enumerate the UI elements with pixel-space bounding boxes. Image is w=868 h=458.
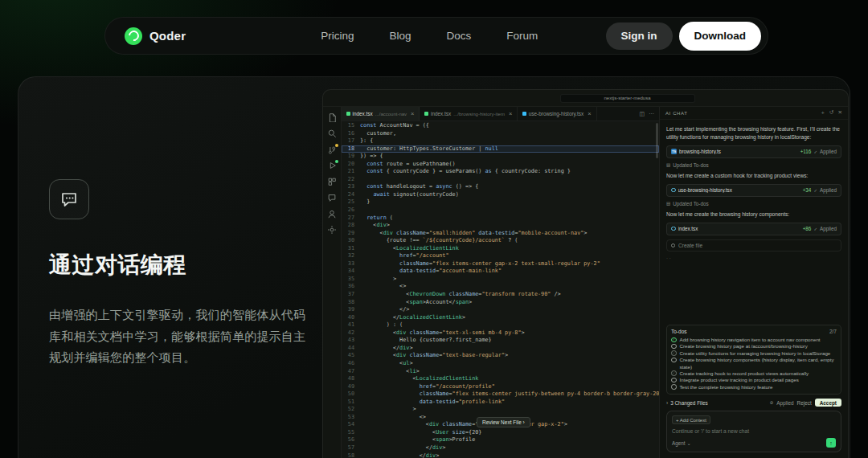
line-number: 20 [342, 161, 354, 169]
review-next-file-button[interactable]: Review Next File › [477, 417, 530, 427]
accept-button[interactable]: Accept [815, 399, 841, 407]
nav-link-forum[interactable]: Forum [506, 30, 538, 42]
chat-input[interactable]: Continue or '/' to start a new chat [672, 428, 836, 434]
line-number: 30 [342, 237, 354, 245]
code-text: data-testid="account-main-link" [360, 268, 502, 276]
close-tab-icon[interactable]: × [509, 110, 512, 117]
todo-item[interactable]: Test the complete browsing history featu… [671, 384, 837, 391]
code-line: 50 className="flex items-center justify-… [342, 391, 659, 399]
code-text: </> [360, 306, 409, 314]
activity-badge [335, 144, 338, 147]
code-line: 19}) => { [342, 153, 659, 161]
code-text: href="/account" [360, 252, 449, 260]
editor-tab-3[interactable]: use-browsing-history.tsx× [518, 107, 596, 121]
settings-icon[interactable] [327, 225, 337, 235]
line-number: 42 [342, 329, 354, 337]
checklist-icon: ▤ [666, 201, 670, 206]
react-file-icon [671, 188, 676, 193]
code-line: 30 {route !== `/${countryCode}/account` … [342, 237, 659, 245]
line-number: 29 [342, 230, 354, 238]
todo-item[interactable]: Create browsing history page at /account… [671, 343, 837, 350]
code-line: 27 return ( [342, 215, 659, 223]
workspace-search-pill[interactable]: nextjs-starter-medusa [560, 94, 695, 103]
create-file-chip[interactable]: Create file [666, 239, 841, 251]
sign-in-button[interactable]: Sign in [606, 22, 673, 50]
file-chip[interactable]: TSbrowsing-history.ts+116✓Applied [666, 145, 841, 158]
file-chip[interactable]: use-browsing-history.tsx+34✓Applied [666, 184, 841, 197]
feature-description: 由增强的上下文引擎驱动，我们的智能体从代码库和相关文档中学习，能够根据简单的提示… [49, 305, 316, 369]
editor-tab-2[interactable]: index.tsx.../browsing-history-item× [420, 107, 518, 121]
nav-links: PricingBlogDocsForum [321, 30, 538, 42]
chat-bubble-icon [49, 179, 89, 219]
code-text: <span>Account</span> [360, 299, 472, 307]
code-line: 45 <div className="text-base-regular"> [342, 352, 659, 360]
todo-update-note: ▤Updated To-dos [666, 201, 841, 207]
editor-scrollbar[interactable] [656, 123, 658, 158]
split-editor-icon[interactable]: ◫ [639, 111, 645, 117]
close-icon[interactable]: ✕ [838, 109, 842, 117]
close-tab-icon[interactable]: × [411, 110, 414, 117]
chat-body: Let me start implementing the browsing h… [660, 120, 848, 458]
agent-mode-selector[interactable]: Agent ⌄ [672, 440, 691, 446]
code-line: 58 </div> [342, 452, 659, 458]
todo-item[interactable]: ✓Create tracking hook to record product … [671, 370, 837, 377]
close-tab-icon[interactable]: × [588, 110, 591, 117]
profile-icon[interactable] [327, 209, 337, 219]
nav-link-blog[interactable]: Blog [389, 30, 411, 42]
code-text: </div> [360, 444, 445, 452]
code-text: return ( [360, 215, 393, 223]
nav-link-pricing[interactable]: Pricing [321, 30, 354, 42]
code-line: 51 data-testid="profile-link" [342, 399, 659, 407]
download-button[interactable]: Download [679, 22, 762, 51]
run-debug-icon[interactable] [327, 161, 337, 170]
code-text: <LocalizedClientLink [360, 375, 478, 383]
chevron-right-icon[interactable]: › [666, 400, 668, 406]
todo-text: Create browsing history page at /account… [680, 343, 808, 350]
code-line: 16 customer, [342, 130, 659, 138]
add-context-button[interactable]: + Add Context [672, 415, 710, 424]
todo-item[interactable]: ✓Create utility functions for managing b… [671, 350, 837, 357]
code-text: href="/account/profile" [360, 383, 495, 391]
file-type-icon [522, 112, 526, 116]
chat-composer[interactable]: + Add Context Continue or '/' to start a… [666, 411, 841, 452]
todo-item[interactable]: ✓Add browsing history navigation item to… [671, 337, 837, 343]
explorer-icon[interactable] [327, 112, 337, 122]
nav-link-docs[interactable]: Docs [446, 30, 471, 42]
code-line: 37 <ChevronDown className="transform rot… [342, 291, 659, 299]
source-control-icon[interactable] [327, 145, 337, 154]
changed-files-label[interactable]: 3 Changed Files [670, 400, 708, 406]
code-area[interactable]: 15const AccountNav = ({16 customer,17}: … [342, 121, 659, 458]
brand[interactable]: Qoder [125, 27, 186, 45]
code-text: <div> [360, 222, 390, 230]
reject-button[interactable]: Reject [797, 400, 812, 406]
history-icon[interactable]: ↺ [829, 109, 833, 117]
feature-card: 通过对话编程 由增强的上下文引擎驱动，我们的智能体从代码库和相关文档中学习，能够… [18, 76, 850, 458]
line-number: 22 [342, 176, 354, 184]
todos-progress: 2/7 [829, 329, 837, 334]
code-text: <ul> [360, 360, 412, 368]
search-icon[interactable] [327, 129, 337, 138]
chat-icon[interactable] [327, 193, 337, 202]
todo-item[interactable]: Integrate product view tracking in produ… [671, 377, 837, 383]
line-number: 36 [342, 283, 354, 291]
code-line: 44 </div> [342, 345, 659, 353]
plus-icon[interactable]: ＋ [821, 109, 826, 117]
code-text: <div className="small:hidden" data-testi… [360, 230, 587, 238]
todo-item[interactable]: Create browsing history components (hist… [671, 357, 837, 370]
code-line: 33 className="flex items-center gap-x-2 … [342, 260, 659, 268]
file-chip[interactable]: index.tsx+86✓Applied [666, 223, 841, 235]
todo-update-note: ▤Updated To-dos [666, 162, 841, 168]
more-icon[interactable]: ⋯ [649, 111, 654, 117]
pending-circle-icon [671, 243, 675, 247]
code-text: const { countryCode } = useParams() as {… [360, 168, 571, 176]
extensions-icon[interactable] [327, 177, 337, 186]
code-line: 36 <> [342, 283, 659, 291]
ide-titlebar: nextjs-starter-medusa [323, 90, 848, 107]
file-name: browsing-history.ts [679, 149, 798, 154]
editor-tab-1[interactable]: index.tsx.../account-nav× [342, 107, 420, 121]
send-button[interactable]: ↑ [826, 438, 836, 448]
todo-text: Create tracking hook to record product v… [680, 370, 809, 377]
line-number: 16 [342, 130, 354, 138]
changed-files-row: › 3 Changed Files ⊘ Applied Reject Accep… [666, 399, 841, 407]
line-number: 34 [342, 268, 354, 276]
